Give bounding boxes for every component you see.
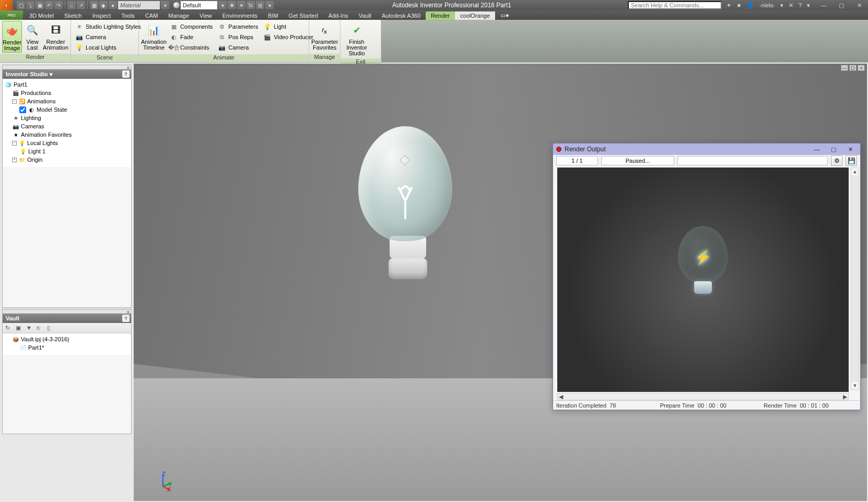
local-lights-button[interactable]: 💡Local Lights — [74, 43, 142, 52]
vault-part[interactable]: 📄Part1* — [5, 343, 129, 352]
material-drop-icon[interactable]: ▾ — [161, 1, 169, 9]
light-button[interactable]: 💡Light — [262, 22, 314, 31]
save-image-icon[interactable]: 💾 — [846, 156, 857, 166]
link-icon[interactable]: ⎋ — [37, 325, 44, 332]
render-output-window[interactable]: Render Output — ▢ ✕ 1 / 1 Paused... ⚙ 💾 … — [553, 143, 861, 410]
render-window-header[interactable]: Render Output — ▢ ✕ — [553, 144, 860, 155]
components-button[interactable]: ▦Components — [169, 22, 214, 31]
scroll-left-icon[interactable]: ◀ — [559, 393, 563, 400]
pivot-gizmo-icon[interactable] — [400, 155, 410, 165]
scroll-up-icon[interactable]: ▲ — [851, 168, 859, 175]
checkin-icon[interactable]: ▣ — [16, 325, 23, 332]
file-tab[interactable]: PRO — [0, 10, 23, 20]
tab-render[interactable]: Render — [426, 11, 455, 20]
tab-environments[interactable]: Environments — [217, 11, 263, 20]
fade-button[interactable]: ◐Fade — [169, 32, 214, 42]
pos-reps-button[interactable]: ⧉Pos Reps — [217, 32, 259, 42]
favorites-icon[interactable]: ★ — [735, 2, 743, 9]
collapse-icon[interactable]: − — [12, 99, 17, 104]
undo-icon[interactable]: ↶ — [45, 1, 53, 9]
doc-icon[interactable]: ▯ — [47, 325, 54, 332]
app-icon[interactable]: I — [0, 0, 13, 10]
select-icon[interactable]: ↗ — [77, 1, 85, 9]
user-icon[interactable]: 👤 — [745, 2, 756, 9]
refresh-icon[interactable]: ↻ — [5, 325, 13, 332]
tree-animations[interactable]: −🔁Animations — [5, 97, 129, 105]
tab-tools[interactable]: Tools — [116, 11, 140, 20]
save-icon[interactable]: ▣ — [36, 1, 44, 9]
model-state-checkbox[interactable] — [19, 106, 26, 113]
tree-cameras[interactable]: 📷Cameras — [5, 122, 129, 130]
help-drop-icon[interactable]: ▾ — [805, 2, 812, 9]
camera-button[interactable]: 📷Camera — [74, 32, 142, 42]
misc3-icon[interactable]: ● — [109, 1, 117, 9]
tree-anim-fav[interactable]: ★Animation Favorites — [5, 130, 129, 139]
tab-3d-model[interactable]: 3D Model — [24, 11, 59, 20]
help-icon[interactable]: ? — [797, 2, 803, 8]
viewport-max-icon[interactable]: ▢ — [849, 65, 857, 71]
tree-model-state[interactable]: ◐Model State — [5, 105, 129, 114]
render-image-button[interactable]: 🫖 Render Image — [2, 21, 22, 53]
tab-manage[interactable]: Manage — [163, 11, 194, 20]
finish-button[interactable]: ✔ Finish Inventor Studio — [343, 21, 371, 57]
render-close-button[interactable]: ✕ — [843, 145, 857, 154]
render-min-button[interactable]: — — [810, 145, 824, 154]
expand-icon[interactable]: + — [12, 158, 17, 162]
appearance-dropdown[interactable]: Default ▾ — [173, 1, 227, 9]
viewport[interactable]: — ▢ × Z Y X Render Output — ▢ ✕ 1 / 1 Pa… — [134, 64, 867, 501]
tab-view[interactable]: View — [194, 11, 217, 20]
qat-extra1-icon[interactable]: ✚ — [228, 1, 236, 9]
video-producer-button[interactable]: 🎬Video Producer — [262, 32, 314, 42]
qat-extra3-icon[interactable]: fx — [247, 1, 255, 9]
tab-coolorange[interactable]: coolOrange — [455, 11, 495, 20]
studio-lighting-button[interactable]: ☀Studio Lighting Styles — [74, 22, 142, 31]
tree-productions[interactable]: 🎬Productions — [5, 89, 129, 97]
tab-vault[interactable]: Vault — [354, 11, 377, 20]
new-icon[interactable]: ▢ — [17, 1, 25, 9]
tab-cam[interactable]: CAM — [140, 11, 163, 20]
render-animation-button[interactable]: 🎞 Render Animation — [43, 21, 68, 52]
tab-bim[interactable]: BIM — [263, 11, 284, 20]
render-max-button[interactable]: ▢ — [827, 145, 840, 154]
render-canvas[interactable]: ⚡ — [557, 168, 849, 392]
camera2-button[interactable]: 📷Camera — [217, 43, 259, 52]
panel-header-studio[interactable]: Inventor Studio▾ ? — [3, 69, 131, 79]
material-dropdown[interactable]: Material — [118, 1, 160, 9]
view-last-button[interactable]: 🔍 View Last — [23, 21, 42, 52]
render-settings-icon[interactable]: ⚙ — [831, 156, 842, 166]
panel-header-vault[interactable]: Vault ? — [3, 314, 131, 323]
viewport-close-icon[interactable]: × — [858, 65, 865, 71]
scroll-down-icon[interactable]: ▼ — [851, 382, 859, 389]
minimize-button[interactable]: — — [815, 0, 832, 10]
tree-lighting[interactable]: ☀Lighting — [5, 114, 129, 122]
vault-pin-icon[interactable]: ? — [122, 315, 130, 322]
search-input[interactable] — [628, 1, 722, 9]
tab-camera-toggle-icon[interactable]: ▭● — [495, 11, 514, 20]
tree-root[interactable]: 🧊Part1 — [5, 80, 129, 89]
parameters-button[interactable]: ⚙Parameters — [217, 22, 259, 31]
pin-icon[interactable]: ? — [122, 70, 130, 78]
vault-project[interactable]: 📦Vault.ipj (4-3-2016) — [5, 335, 129, 343]
viewport-min-icon[interactable]: — — [841, 65, 848, 71]
qat-extra2-icon[interactable]: ✦ — [237, 1, 245, 9]
exchange-icon[interactable]: ✕ — [787, 2, 795, 9]
maximize-button[interactable]: ▢ — [832, 0, 850, 10]
user-drop-icon[interactable]: ▾ — [779, 2, 785, 9]
tree-local-lights[interactable]: −💡Local Lights — [5, 139, 129, 147]
infocenter-icon[interactable]: ✶ — [725, 2, 733, 9]
constraints-button[interactable]: �合Constraints — [169, 43, 214, 52]
scroll-right-icon[interactable]: ▶ — [843, 393, 847, 400]
misc2-icon[interactable]: ◆ — [99, 1, 108, 9]
home-icon[interactable]: ⌂ — [67, 1, 76, 9]
redo-icon[interactable]: ↷ — [54, 1, 63, 9]
tab-a360[interactable]: Autodesk A360 — [377, 11, 426, 20]
qat-extra4-icon[interactable]: ⊞ — [256, 1, 264, 9]
open-icon[interactable]: ⤵ — [26, 1, 34, 9]
tree-origin[interactable]: +📁Origin — [5, 156, 129, 164]
axis-triad[interactable]: Z Y X — [153, 471, 173, 492]
close-button[interactable]: ✕ — [850, 0, 868, 10]
tree-light1[interactable]: 💡Light 1 — [5, 147, 129, 156]
lightbulb-model[interactable] — [358, 126, 458, 283]
misc-icon[interactable]: ▦ — [90, 1, 98, 9]
tab-get-started[interactable]: Get Started — [284, 11, 323, 20]
